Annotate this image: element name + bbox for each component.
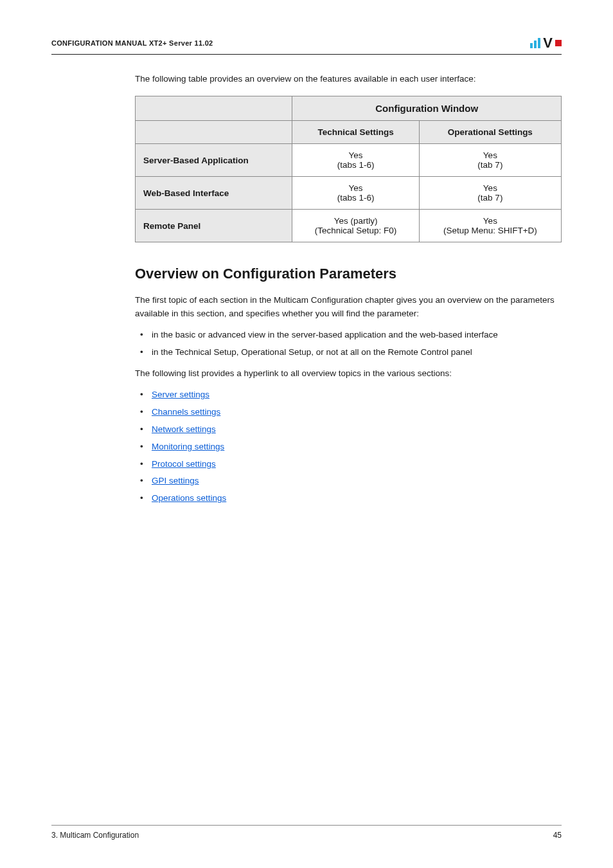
cell-tech: Yes (tabs 1-6) (292, 144, 419, 177)
link-gpi-settings[interactable]: GPI settings (152, 476, 199, 485)
footer-left: 3. Multicam Configuration (51, 831, 139, 840)
link-channels-settings[interactable]: Channels settings (152, 407, 220, 417)
intro-text: The following table provides an overview… (135, 73, 562, 86)
bullet-list-1: in the basic or advanced view in the ser… (135, 329, 562, 359)
feature-table: Configuration Window Technical Settings … (135, 96, 562, 242)
cell-op: Yes (tab 7) (419, 177, 561, 210)
section-heading: Overview on Configuration Parameters (135, 266, 562, 282)
table-row: Server-Based Application Yes (tabs 1-6) … (136, 144, 562, 177)
footer-page-number: 45 (553, 831, 562, 840)
para1: The first topic of each section in the M… (135, 294, 562, 321)
table-empty-cell (136, 96, 292, 121)
table-row: Web-Based Interface Yes (tabs 1-6) Yes (… (136, 177, 562, 210)
table-row: Remote Panel Yes (partly) (Technical Set… (136, 210, 562, 242)
header-title: CONFIGURATION MANUAL XT2+ Server 11.02 (51, 39, 213, 47)
content-body: The following table provides an overview… (135, 73, 562, 505)
brand-logo: V (530, 36, 562, 50)
link-server-settings[interactable]: Server settings (152, 390, 209, 399)
link-operations-settings[interactable]: Operations settings (152, 493, 226, 503)
logo-bars-icon (530, 38, 540, 48)
page-footer: 3. Multicam Configuration 45 (51, 825, 562, 840)
table-header-tech: Technical Settings (292, 121, 419, 144)
table-empty-cell (136, 121, 292, 144)
list-item: GPI settings (135, 475, 562, 488)
list-item: Monitoring settings (135, 440, 562, 454)
cell-op: Yes (Setup Menu: SHIFT+D) (419, 210, 561, 242)
para2: The following list provides a hyperlink … (135, 367, 562, 381)
table-header-op: Operational Settings (419, 121, 561, 144)
list-item: Server settings (135, 388, 562, 402)
cell-tech: Yes (partly) (Technical Setup: F0) (292, 210, 419, 242)
list-item: Network settings (135, 423, 562, 437)
table-header-config: Configuration Window (292, 96, 562, 121)
link-network-settings[interactable]: Network settings (152, 424, 216, 434)
cell-tech: Yes (tabs 1-6) (292, 177, 419, 210)
link-protocol-settings[interactable]: Protocol settings (152, 459, 216, 469)
list-item: Channels settings (135, 406, 562, 419)
link-monitoring-settings[interactable]: Monitoring settings (152, 442, 224, 451)
page-header: CONFIGURATION MANUAL XT2+ Server 11.02 V (51, 36, 562, 55)
list-item: Operations settings (135, 492, 562, 505)
link-list: Server settings Channels settings Networ… (135, 388, 562, 505)
row-head: Server-Based Application (136, 144, 292, 177)
cell-op: Yes (tab 7) (419, 144, 561, 177)
list-item: in the basic or advanced view in the ser… (135, 329, 562, 342)
list-item: Protocol settings (135, 458, 562, 471)
row-head: Web-Based Interface (136, 177, 292, 210)
logo-v-icon: V (543, 36, 553, 50)
logo-square-icon (555, 40, 562, 46)
row-head: Remote Panel (136, 210, 292, 242)
list-item: in the Technical Setup, Operational Setu… (135, 346, 562, 359)
